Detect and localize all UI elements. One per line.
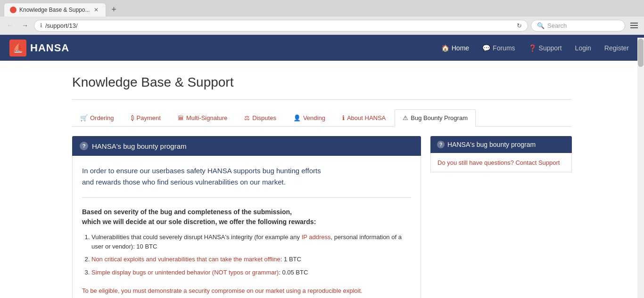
multisig-icon: 🏛 (178, 114, 184, 121)
section-divider (82, 197, 411, 198)
sidebar-section-bounty: ? HANSA's bug bounty program Do you stil… (430, 136, 572, 172)
forward-button[interactable]: → (19, 19, 31, 32)
ip-address-link[interactable]: IP address (302, 234, 331, 241)
menu-line (630, 25, 638, 26)
back-button[interactable]: ← (4, 19, 16, 32)
tab-disputes-label: Disputes (252, 114, 276, 121)
reward-list: Vulnerabilities that could severely disr… (91, 233, 411, 277)
tab-vending[interactable]: 👤 Vending (285, 109, 333, 126)
tab-bug-bounty[interactable]: ⚠ Bug Bounty Program (395, 109, 476, 127)
section-header: ? HANSA's bug bounty program (72, 136, 421, 156)
nav-login-label: Login (575, 44, 591, 52)
contact-support-text: Do you still have questions? Contact Sup… (438, 159, 560, 166)
section-header-text: HANSA's bug bounty program (92, 142, 186, 150)
tab-close-button[interactable]: ✕ (92, 6, 100, 14)
severity-line2: which we will decide at our sole discret… (82, 218, 316, 226)
payment-icon: ₿ (131, 114, 134, 121)
tab-ordering[interactable]: 🛒 Ordering (72, 109, 122, 126)
browser-menu-button[interactable] (628, 19, 640, 32)
reward-item-2: Non critical exploits and vulnerabilitie… (91, 255, 411, 264)
disputes-icon: ⚖ (244, 114, 250, 121)
reward-item-1: Vulnerabilities that could severely disr… (91, 233, 411, 251)
search-icon: 🔍 (537, 22, 545, 29)
tab-disputes[interactable]: ⚖ Disputes (236, 109, 284, 126)
sidebar-header-icon: ? (437, 141, 445, 148)
eligible-text: To be eligible, you must demonstrate a s… (82, 286, 411, 298)
tab-payment-label: Payment (137, 114, 161, 121)
support-icon: ❓ (528, 44, 537, 52)
site-navigation: ⛵ HANSA 🏠 Home 💬 Forums ❓ Support Login … (0, 35, 644, 61)
content-sidebar: ? HANSA's bug bounty program Do you stil… (430, 136, 572, 298)
new-tab-button[interactable]: + (108, 4, 119, 16)
scrollbar-track[interactable] (637, 38, 644, 298)
logo-icon: ⛵ (9, 40, 26, 56)
content-area: ? HANSA's bug bounty program In order to… (72, 127, 572, 298)
about-icon: ℹ (342, 114, 345, 121)
nav-register-label: Register (604, 44, 629, 52)
content-main: ? HANSA's bug bounty program In order to… (72, 136, 421, 298)
home-icon: 🏠 (441, 44, 449, 52)
security-icon: ℹ (40, 22, 42, 29)
nav-forums-label: Forums (493, 44, 515, 52)
reward-text-2: Non critical exploits and vulnerabilitie… (91, 256, 301, 263)
browser-chrome: Knowledge Base & Suppo... ✕ + ← → ℹ /sup… (0, 0, 644, 35)
sidebar-body: Do you still have questions? Contact Sup… (430, 153, 572, 172)
page-title: Knowledge Base & Support (72, 75, 572, 90)
reload-button[interactable]: ↻ (517, 22, 522, 29)
logo-ship-icon: ⛵ (13, 43, 24, 53)
section-header-icon: ? (80, 142, 88, 150)
nav-login[interactable]: Login (570, 41, 597, 55)
tab-bug-bounty-label: Bug Bounty Program (411, 114, 468, 121)
tab-payment[interactable]: ₿ Payment (123, 109, 169, 126)
tab-bar: Knowledge Base & Suppo... ✕ + (0, 0, 644, 16)
severity-line1: Based on severity of the bug and complet… (82, 208, 292, 216)
tab-multisig[interactable]: 🏛 Multi-Signature (170, 109, 235, 126)
contact-support-link[interactable]: Do you still have questions? Contact Sup… (438, 159, 560, 166)
search-placeholder-text: Search (547, 22, 567, 29)
nav-forums[interactable]: 💬 Forums (477, 41, 520, 55)
intro-line2: and rewards those who find serious vulne… (82, 178, 286, 186)
address-bar[interactable]: ℹ /support/13/ ↻ (34, 20, 528, 32)
sidebar-header-text: HANSA's bug bounty program (447, 141, 536, 148)
tab-about[interactable]: ℹ About HANSA (334, 109, 394, 126)
main-content: Knowledge Base & Support 🛒 Ordering ₿ Pa… (63, 61, 581, 298)
scrollbar-thumb[interactable] (638, 39, 644, 67)
forums-icon: 💬 (482, 44, 490, 52)
title-divider (72, 99, 572, 100)
menu-line (630, 23, 638, 24)
nav-home[interactable]: 🏠 Home (436, 41, 475, 55)
site-logo: ⛵ HANSA (9, 40, 436, 56)
logo-text: HANSA (30, 42, 69, 54)
vending-icon: 👤 (293, 114, 301, 121)
intro-text: In order to ensure our userbases safety … (82, 165, 411, 188)
nav-links: 🏠 Home 💬 Forums ❓ Support Login Register (436, 41, 635, 55)
sidebar-header: ? HANSA's bug bounty program (430, 136, 572, 153)
tab-ordering-label: Ordering (90, 114, 114, 121)
reward-text-3: Simple display bugs or unintended behavi… (91, 269, 308, 276)
section-body: In order to ensure our userbases safety … (72, 156, 421, 298)
tab-multisig-label: Multi-Signature (186, 114, 227, 121)
url-text: /support/13/ (45, 22, 514, 29)
severity-text: Based on severity of the bug and complet… (82, 207, 411, 227)
tab-about-label: About HANSA (347, 114, 386, 121)
reward-item-3: Simple display bugs or unintended behavi… (91, 268, 411, 277)
active-browser-tab[interactable]: Knowledge Base & Suppo... ✕ (4, 3, 106, 16)
intro-line1: In order to ensure our userbases safety … (82, 167, 321, 175)
ordering-icon: 🛒 (80, 114, 88, 121)
nav-support[interactable]: ❓ Support (523, 41, 568, 55)
tab-title-text: Knowledge Base & Suppo... (19, 7, 90, 13)
browser-toolbar: ← → ℹ /support/13/ ↻ 🔍 Search (0, 16, 644, 34)
browser-search-bar[interactable]: 🔍 Search (531, 20, 625, 32)
eligible-line1: To be eligible, you must demonstrate a s… (82, 287, 363, 294)
tab-favicon (10, 7, 17, 13)
nav-support-label: Support (539, 44, 562, 52)
bug-bounty-icon: ⚠ (403, 114, 408, 121)
nav-register[interactable]: Register (599, 41, 635, 55)
tab-vending-label: Vending (303, 114, 325, 121)
menu-line (630, 27, 638, 28)
tabs-container: 🛒 Ordering ₿ Payment 🏛 Multi-Signature ⚖… (72, 109, 572, 127)
reward-text-1: Vulnerabilities that could severely disr… (91, 234, 402, 250)
nav-home-label: Home (452, 44, 469, 52)
